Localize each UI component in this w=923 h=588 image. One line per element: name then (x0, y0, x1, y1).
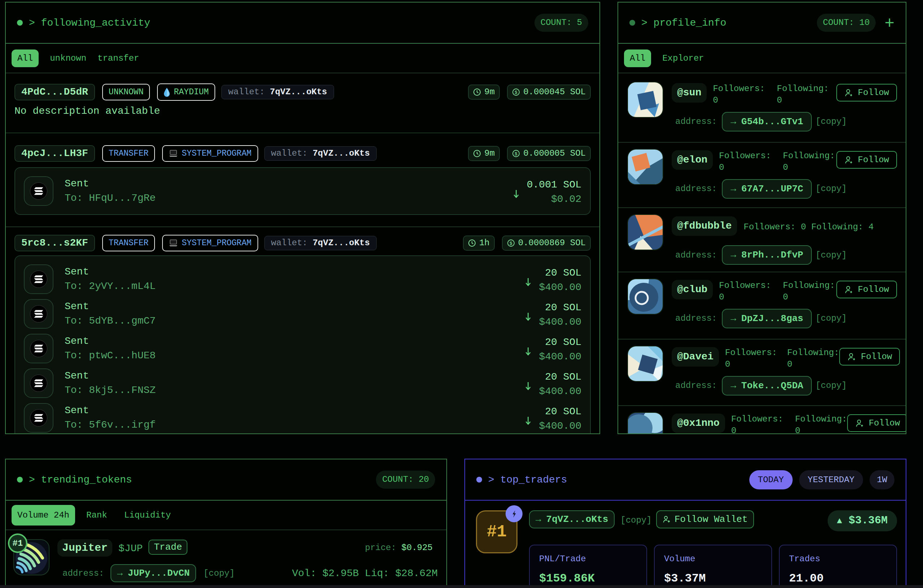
svg-text:$: $ (509, 241, 512, 246)
svg-text:$: $ (514, 90, 517, 95)
svg-text:$: $ (514, 151, 517, 157)
